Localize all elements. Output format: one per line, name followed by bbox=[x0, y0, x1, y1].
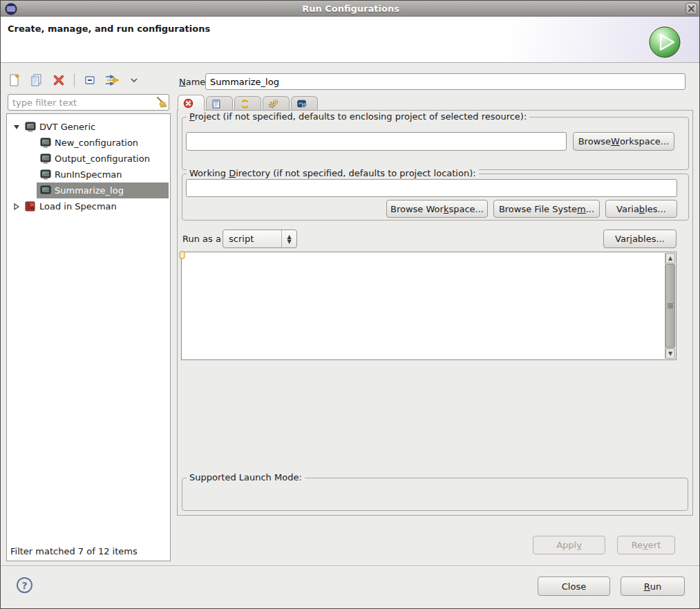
expander-closed-icon[interactable] bbox=[13, 203, 23, 210]
working-directory-group: Working Directory (if not specified, def… bbox=[182, 174, 689, 221]
script-editor[interactable]: ▲ ▼ bbox=[181, 252, 677, 360]
configurations-tree: DVT GenericNew_configurationOutput_confi… bbox=[6, 113, 171, 561]
tree-item-label: RunInSpecman bbox=[55, 169, 122, 180]
annotation-marker-icon bbox=[179, 251, 185, 259]
filter-status: Filter matched 7 of 12 items bbox=[10, 546, 138, 556]
run-configurations-dialog: Run Configurations Create, manage, and r… bbox=[0, 0, 700, 609]
run-as-label: Run as a bbox=[182, 234, 221, 244]
scroll-down-icon[interactable]: ▼ bbox=[665, 348, 675, 359]
title-bar[interactable]: Run Configurations bbox=[1, 1, 700, 17]
tab-environment-icon bbox=[296, 99, 308, 109]
collapse-all-icon[interactable] bbox=[82, 72, 98, 88]
script-scrollbar[interactable]: ▲ ▼ bbox=[665, 253, 675, 359]
project-group-legend: Project (if not specified, defaults to e… bbox=[187, 111, 529, 122]
console-icon bbox=[40, 169, 51, 180]
tab-refresh[interactable] bbox=[234, 96, 261, 111]
tab-bar bbox=[178, 95, 319, 111]
filter-input[interactable] bbox=[8, 94, 169, 111]
run-button[interactable]: Run bbox=[621, 577, 685, 596]
tab-filters[interactable] bbox=[206, 96, 233, 111]
project-browse-workspace-button[interactable]: Browse Workspace... bbox=[573, 132, 674, 151]
run-as-combo[interactable]: script ▲▼ bbox=[223, 229, 297, 248]
workdir-browse-filesystem-button[interactable]: Browse File System... bbox=[493, 200, 600, 218]
spinner-arrows-icon[interactable]: ▲▼ bbox=[281, 230, 296, 247]
menu-chevron-icon[interactable] bbox=[126, 72, 142, 88]
workdir-variables-button[interactable]: Variables... bbox=[605, 200, 677, 218]
tree-item-output-configuration[interactable]: Output_configuration bbox=[8, 151, 169, 167]
revert-button[interactable]: Revert bbox=[617, 536, 675, 554]
tab-build[interactable] bbox=[263, 96, 290, 111]
tree-item-label: Summarize_log bbox=[55, 185, 124, 196]
tree-item-runinspecman[interactable]: RunInSpecman bbox=[8, 167, 169, 182]
tree-item-dvt-generic[interactable]: DVT Generic bbox=[8, 119, 169, 135]
dialog-description: Create, manage, and run configurations bbox=[8, 24, 210, 34]
run-wizard-icon bbox=[648, 26, 681, 59]
tree-item-label: New_configuration bbox=[55, 138, 138, 148]
run-as-value: script bbox=[223, 234, 281, 244]
tree-item-label: Load in Specman bbox=[39, 201, 117, 212]
specman-icon bbox=[25, 201, 36, 212]
console-icon bbox=[25, 122, 36, 132]
workdir-browse-workspace-button[interactable]: Browse Workspace... bbox=[386, 200, 488, 218]
bottom-separator bbox=[1, 565, 700, 567]
toolbar-separator bbox=[74, 73, 75, 87]
close-button[interactable]: Close bbox=[538, 577, 610, 596]
new-configuration-icon[interactable] bbox=[6, 72, 23, 88]
tab-main-icon bbox=[183, 98, 194, 109]
runas-variables-button[interactable]: Variables... bbox=[603, 229, 677, 248]
console-icon bbox=[40, 138, 51, 148]
tree-item-load-in-specman[interactable]: Load in Specman bbox=[8, 198, 169, 214]
working-directory-legend: Working Directory (if not specified, def… bbox=[187, 168, 479, 178]
console-icon bbox=[40, 153, 51, 164]
filter-icon[interactable] bbox=[104, 72, 120, 88]
dialog-header: Create, manage, and run configurations bbox=[1, 17, 700, 63]
configurations-toolbar bbox=[6, 70, 171, 91]
scroll-up-icon[interactable]: ▲ bbox=[665, 253, 675, 263]
tab-refresh-icon bbox=[240, 99, 251, 109]
clear-filter-broom-icon[interactable] bbox=[155, 96, 168, 109]
tab-main[interactable] bbox=[178, 95, 205, 111]
launch-mode-group: Supported Launch Mode: bbox=[182, 478, 688, 511]
tree-item-label: DVT Generic bbox=[39, 122, 95, 132]
tab-filters-icon bbox=[211, 99, 223, 109]
help-icon[interactable]: ? bbox=[17, 577, 32, 593]
window-title: Run Configurations bbox=[1, 3, 700, 14]
console-icon bbox=[40, 185, 51, 196]
tree-item-label: Output_configuration bbox=[55, 153, 150, 164]
close-icon[interactable] bbox=[685, 3, 697, 15]
tab-build-icon bbox=[268, 99, 279, 109]
project-input[interactable] bbox=[186, 132, 567, 151]
duplicate-icon[interactable] bbox=[28, 72, 45, 88]
apply-button[interactable]: Apply bbox=[533, 536, 605, 554]
delete-icon[interactable] bbox=[50, 72, 67, 88]
working-directory-input[interactable] bbox=[186, 179, 677, 197]
tree-item-summarize-log[interactable]: Summarize_log bbox=[8, 182, 169, 198]
name-label: Name: bbox=[179, 77, 209, 87]
project-group: Project (if not specified, defaults to e… bbox=[182, 117, 689, 170]
tree-item-new-configuration[interactable]: New_configuration bbox=[8, 135, 169, 151]
launch-mode-legend: Supported Launch Mode: bbox=[187, 472, 305, 482]
expander-open-icon[interactable] bbox=[13, 124, 23, 130]
tab-environment[interactable] bbox=[291, 96, 318, 111]
name-input[interactable] bbox=[205, 73, 685, 90]
scrollbar-thumb[interactable] bbox=[665, 264, 675, 348]
